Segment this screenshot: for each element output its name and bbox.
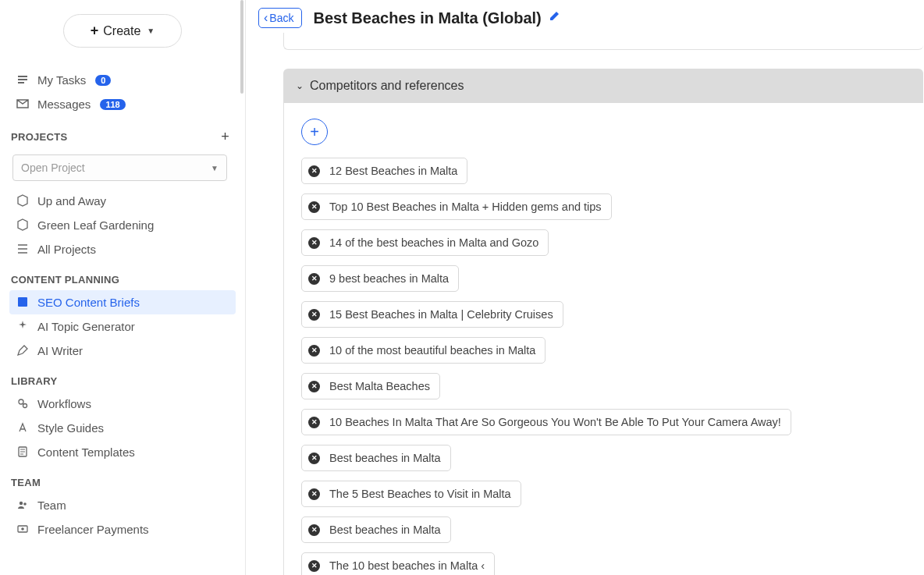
nav-style-guides[interactable]: Style Guides	[9, 416, 236, 440]
competitor-label: Best beaches in Malta	[329, 452, 441, 464]
select-placeholder: Open Project	[21, 161, 85, 174]
section-header-library: LIBRARY	[9, 363, 236, 392]
competitor-label: 12 Best Beaches in Malta	[329, 165, 457, 177]
create-button[interactable]: + Create ▼	[63, 14, 182, 48]
remove-icon[interactable]: ✕	[308, 488, 320, 500]
competitor-chip[interactable]: ✕Best Malta Beaches	[301, 373, 440, 399]
main-area: ‹ Back Best Beaches in Malta (Global) ⌄ …	[246, 0, 924, 575]
competitor-chip[interactable]: ✕9 best beaches in Malta	[301, 265, 459, 292]
remove-icon[interactable]: ✕	[308, 417, 320, 428]
cube-icon	[16, 194, 30, 208]
open-project-select[interactable]: Open Project ▼	[12, 154, 227, 181]
svg-point-2	[23, 404, 27, 408]
tasks-icon	[16, 73, 30, 87]
competitor-chip[interactable]: ✕14 of the best beaches in Malta and Goz…	[301, 229, 549, 256]
users-icon	[16, 499, 30, 512]
nav-label: AI Writer	[37, 344, 83, 357]
svg-rect-0	[18, 297, 27, 307]
remove-icon[interactable]: ✕	[308, 237, 320, 249]
nav-messages[interactable]: Messages 118	[9, 92, 236, 116]
title-text: Best Beaches in Malta (Global)	[313, 9, 541, 27]
remove-icon[interactable]: ✕	[308, 309, 320, 321]
chevron-down-icon: ⌄	[296, 80, 304, 91]
competitor-label: 14 of the best beaches in Malta and Gozo	[329, 236, 538, 249]
svg-point-4	[20, 502, 23, 505]
nav-workflows[interactable]: Workflows	[9, 392, 236, 416]
remove-icon[interactable]: ✕	[308, 201, 320, 213]
competitor-chip[interactable]: ✕10 Beaches In Malta That Are So Gorgeou…	[301, 409, 791, 435]
page-title: Best Beaches in Malta (Global)	[313, 9, 560, 27]
plus-icon: +	[91, 23, 99, 39]
project-label: Green Leaf Gardening	[37, 218, 154, 232]
project-label: Up and Away	[37, 194, 106, 208]
nav-label: AI Topic Generator	[37, 320, 135, 333]
svg-point-7	[21, 527, 24, 531]
remove-icon[interactable]: ✕	[308, 165, 320, 177]
badge-count: 118	[100, 99, 125, 110]
add-project-icon[interactable]: +	[221, 129, 229, 145]
nav-label: Workflows	[37, 397, 91, 410]
competitor-chip[interactable]: ✕Top 10 Best Beaches in Malta + Hidden g…	[301, 193, 612, 220]
accordion-competitors-header[interactable]: ⌄ Competitors and references	[283, 69, 923, 103]
accordion-title: Competitors and references	[310, 79, 464, 93]
project-item-all[interactable]: All Projects	[9, 237, 236, 261]
nav-ai-writer[interactable]: AI Writer	[9, 339, 236, 363]
competitor-label: Top 10 Best Beaches in Malta + Hidden ge…	[329, 201, 602, 213]
competitor-chip[interactable]: ✕12 Best Beaches in Malta	[301, 158, 467, 184]
caret-down-icon: ▼	[147, 27, 155, 35]
competitor-label: 10 Beaches In Malta That Are So Gorgeous…	[329, 416, 781, 428]
back-label: Back	[269, 12, 293, 24]
remove-icon[interactable]: ✕	[308, 381, 320, 392]
badge-count: 0	[95, 75, 111, 86]
competitor-chip[interactable]: ✕15 Best Beaches in Malta | Celebrity Cr…	[301, 301, 563, 328]
chevron-left-icon: ‹	[264, 11, 268, 25]
nav-team[interactable]: Team	[9, 493, 236, 517]
gears-icon	[16, 397, 30, 410]
nav-ai-topic-generator[interactable]: AI Topic Generator	[9, 314, 236, 339]
section-header-team: TEAM	[9, 464, 236, 493]
remove-icon[interactable]: ✕	[308, 524, 320, 536]
remove-icon[interactable]: ✕	[308, 453, 320, 464]
previous-panel-edge	[283, 33, 923, 50]
svg-point-5	[23, 502, 27, 506]
remove-icon[interactable]: ✕	[308, 273, 320, 285]
competitor-chip[interactable]: ✕10 of the most beautiful beaches in Mal…	[301, 337, 546, 364]
sidebar-scrollbar[interactable]	[240, 0, 243, 94]
nav-label: Messages	[37, 98, 91, 111]
back-button[interactable]: ‹ Back	[258, 8, 302, 28]
project-item[interactable]: Green Leaf Gardening	[9, 213, 236, 237]
edit-icon[interactable]	[548, 10, 560, 26]
create-label: Create	[103, 24, 140, 38]
competitor-label: Best Malta Beaches	[329, 380, 430, 392]
brief-icon	[16, 296, 30, 309]
nav-my-tasks[interactable]: My Tasks 0	[9, 68, 236, 92]
template-icon	[16, 445, 30, 459]
sidebar: + Create ▼ My Tasks 0 Messages 118 PROJE…	[0, 0, 246, 575]
nav-freelancer-payments[interactable]: Freelancer Payments	[9, 517, 236, 541]
sparkle-icon	[16, 320, 30, 333]
svg-point-1	[19, 399, 23, 404]
competitor-chip[interactable]: ✕The 10 best beaches in Malta ‹	[301, 552, 495, 575]
section-title: TEAM	[11, 477, 41, 488]
nav-label: Team	[37, 499, 66, 512]
nav-seo-content-briefs[interactable]: SEO Content Briefs	[9, 290, 236, 314]
nav-label: My Tasks	[37, 73, 86, 87]
add-competitor-button[interactable]: +	[301, 119, 328, 145]
nav-content-templates[interactable]: Content Templates	[9, 440, 236, 464]
competitor-chip[interactable]: ✕The 5 Best Beaches to Visit in Malta	[301, 481, 521, 507]
competitor-chip[interactable]: ✕Best beaches in Malta	[301, 445, 451, 471]
competitor-label: Best beaches in Malta	[329, 524, 441, 536]
section-title: LIBRARY	[11, 375, 57, 387]
envelope-icon	[16, 98, 30, 111]
remove-icon[interactable]: ✕	[308, 560, 320, 572]
project-label: All Projects	[37, 243, 96, 256]
competitor-chip[interactable]: ✕Best beaches in Malta	[301, 516, 451, 543]
remove-icon[interactable]: ✕	[308, 345, 320, 357]
section-title: PROJECTS	[11, 131, 67, 143]
pen-icon	[16, 344, 30, 357]
competitors-panel: + ✕12 Best Beaches in Malta✕Top 10 Best …	[283, 103, 923, 575]
font-icon	[16, 421, 30, 435]
competitor-label: The 10 best beaches in Malta ‹	[329, 559, 485, 572]
caret-down-icon: ▼	[211, 164, 219, 172]
project-item[interactable]: Up and Away	[9, 189, 236, 213]
